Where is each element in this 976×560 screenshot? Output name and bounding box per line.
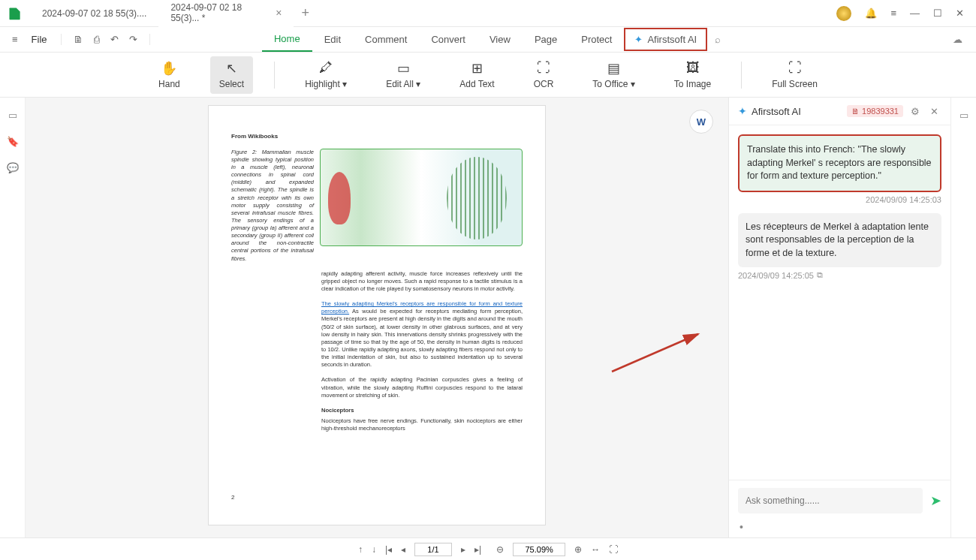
- svg-line-0: [612, 334, 698, 372]
- office-icon: ▤: [607, 61, 620, 76]
- menu-view[interactable]: View: [477, 28, 523, 51]
- statusbar: ↑ ↓ |◂ ◂ ▸ ▸| ⊖ ⊕ ↔ ⛶: [0, 537, 976, 560]
- gear-icon[interactable]: ⚙: [908, 106, 923, 117]
- figure-caption: Figure 2: Mammalian muscle spindle showi…: [231, 149, 314, 263]
- tab-2-label: 2024-09-07 02 18 55(3)... *: [170, 2, 270, 23]
- tool-highlight[interactable]: 🖍Highlight ▾: [296, 56, 356, 94]
- menu-convert[interactable]: Convert: [419, 28, 477, 51]
- document-viewport[interactable]: From Wikibooks Figure 2: Mammalian muscl…: [26, 98, 728, 537]
- tool-select[interactable]: ↖Select: [210, 56, 253, 94]
- comment-icon[interactable]: 💬: [7, 162, 19, 173]
- bell-icon[interactable]: 🔔: [865, 8, 877, 19]
- tool-to-office[interactable]: ▤To Office ▾: [583, 56, 643, 94]
- cloud-icon[interactable]: ☁: [953, 34, 962, 45]
- panel-toggle-icon[interactable]: ▭: [959, 110, 968, 121]
- titlebar: 2024-09-07 02 18 55(3).... 2024-09-07 02…: [0, 0, 976, 27]
- zoom-out-icon[interactable]: ⊖: [496, 544, 504, 555]
- page-number: 2: [231, 494, 234, 502]
- ai-input[interactable]: [738, 488, 923, 513]
- close-icon[interactable]: ✕: [956, 8, 964, 19]
- zoom-in-icon[interactable]: ⊕: [574, 544, 582, 555]
- print-icon[interactable]: ⎙: [94, 34, 100, 45]
- text-icon: ⊞: [471, 61, 483, 76]
- maximize-icon[interactable]: ☐: [933, 8, 942, 19]
- page-input[interactable]: [414, 543, 452, 556]
- copy-icon[interactable]: ⧉: [817, 270, 823, 280]
- save-icon[interactable]: 🗎: [74, 34, 83, 45]
- document-tabs: 2024-09-07 02 18 55(3).... 2024-09-07 02…: [30, 0, 836, 31]
- redo-icon[interactable]: ↷: [129, 34, 137, 45]
- menu-page[interactable]: Page: [523, 28, 569, 51]
- document-page: From Wikibooks Figure 2: Mammalian muscl…: [208, 105, 546, 525]
- menu-comment[interactable]: Comment: [353, 28, 419, 51]
- page-nav: ↑ ↓ |◂ ◂ ▸ ▸|: [358, 543, 481, 556]
- scroll-up-icon[interactable]: ↑: [358, 544, 363, 555]
- minimize-icon[interactable]: —: [910, 8, 920, 19]
- tool-add-text[interactable]: ⊞Add Text: [450, 56, 503, 94]
- ai-messages: Translate this into French: "The slowly …: [729, 125, 950, 480]
- menu-edit[interactable]: Edit: [312, 28, 353, 51]
- tool-full-screen[interactable]: ⛶Full Screen: [763, 56, 827, 94]
- sparkle-icon: ✦: [634, 34, 643, 45]
- main-menu: Home Edit Comment Convert View Page Prot…: [262, 27, 728, 52]
- assistant-message: Les récepteurs de Merkel à adaptation le…: [738, 213, 941, 268]
- fit-width-icon[interactable]: ↔: [591, 544, 600, 555]
- scroll-down-icon[interactable]: ↓: [372, 544, 376, 555]
- tab-add-icon[interactable]: +: [294, 5, 317, 21]
- ai-panel-title: Afirstsoft AI: [752, 106, 842, 117]
- ai-panel: ✦ Afirstsoft AI 🗎 19839331 ⚙ ✕ Translate…: [728, 98, 950, 537]
- page-heading: From Wikibooks: [231, 133, 523, 141]
- tool-edit-all[interactable]: ▭Edit All ▾: [377, 56, 429, 94]
- ai-balance-badge[interactable]: 🗎 19839331: [847, 105, 903, 117]
- zoom-nav: ⊖ ⊕ ↔ ⛶: [496, 543, 618, 556]
- toolbar: ✋Hand ↖Select 🖍Highlight ▾ ▭Edit All ▾ ⊞…: [0, 53, 976, 98]
- next-page-icon[interactable]: ▸: [461, 544, 465, 555]
- quick-actions: 🗎 ⎙ ↶ ↷: [61, 34, 150, 45]
- menubar-right: ☁: [953, 34, 970, 45]
- body-text: rapidly adapting afferent activity, musc…: [321, 270, 523, 433]
- left-rail: ▭ 🔖 💬: [0, 98, 26, 537]
- search-icon[interactable]: ⌕: [707, 34, 728, 45]
- tab-2[interactable]: 2024-09-07 02 18 55(3)... *×: [158, 0, 294, 31]
- close-panel-icon[interactable]: ✕: [927, 106, 941, 117]
- ai-footer-more[interactable]: •: [729, 521, 950, 537]
- send-icon[interactable]: ➤: [923, 492, 941, 509]
- user-message: Translate this into French: "The slowly …: [738, 134, 941, 192]
- main-area: ▭ 🔖 💬 From Wikibooks Figure 2: Mammalian…: [0, 98, 976, 537]
- app-logo: [0, 0, 30, 27]
- divider: [741, 62, 742, 89]
- image-icon: 🖼: [686, 61, 700, 76]
- menu-protect[interactable]: Protect: [569, 28, 624, 51]
- zoom-input[interactable]: [513, 543, 565, 556]
- tool-hand[interactable]: ✋Hand: [149, 56, 189, 94]
- annotation-arrow: [608, 330, 706, 375]
- undo-icon[interactable]: ↶: [110, 34, 119, 45]
- thumbnail-icon[interactable]: ▭: [8, 110, 17, 121]
- edit-icon: ▭: [397, 61, 410, 76]
- export-word-button[interactable]: W: [689, 110, 713, 134]
- tool-to-image[interactable]: 🖼To Image: [665, 56, 720, 94]
- subheading: Nociceptors: [321, 407, 523, 414]
- bookmark-icon[interactable]: 🔖: [7, 136, 19, 147]
- prev-page-icon[interactable]: ◂: [401, 544, 405, 555]
- divider: [274, 62, 275, 89]
- fit-page-icon[interactable]: ⛶: [609, 544, 618, 555]
- first-page-icon[interactable]: |◂: [385, 544, 392, 555]
- hamburger-icon[interactable]: ≡: [890, 8, 896, 19]
- last-page-icon[interactable]: ▸|: [474, 544, 481, 555]
- tool-ocr[interactable]: ⛶OCR: [525, 56, 563, 94]
- menu-home[interactable]: Home: [262, 27, 312, 52]
- file-menu[interactable]: File: [24, 34, 55, 45]
- menu-ai[interactable]: ✦ Afirstsoft AI: [624, 28, 707, 51]
- menu-ai-label: Afirstsoft AI: [647, 34, 697, 45]
- tab-1[interactable]: 2024-09-07 02 18 55(3)....: [30, 2, 158, 25]
- user-message-time: 2024/09/09 14:25:03: [738, 195, 941, 204]
- menu-hamburger-icon[interactable]: ≡: [6, 34, 24, 45]
- figure-image: [320, 149, 523, 246]
- tab-close-icon[interactable]: ×: [276, 7, 282, 19]
- ocr-icon: ⛶: [537, 61, 550, 76]
- right-rail: ▭: [950, 98, 976, 537]
- ai-input-row: ➤: [729, 480, 950, 521]
- assistant-message-time: 2024/09/09 14:25:05 ⧉: [738, 270, 941, 280]
- profile-icon[interactable]: [836, 6, 851, 21]
